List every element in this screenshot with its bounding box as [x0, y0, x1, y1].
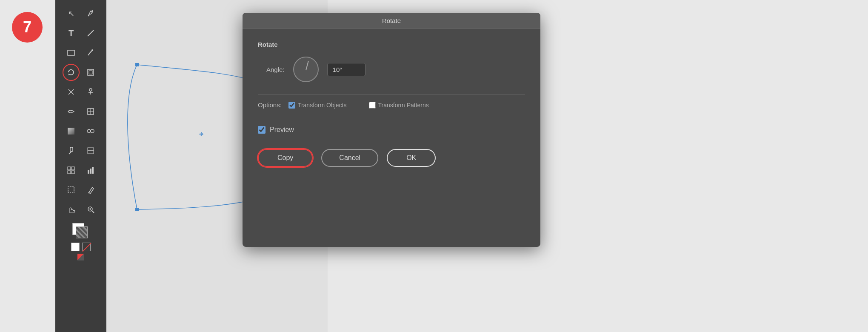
scissors-tool[interactable] — [62, 83, 80, 101]
blend-tool[interactable] — [81, 122, 100, 140]
rotate-dialog: Rotate Rotate Angle: Options: Transform … — [243, 13, 540, 247]
svg-rect-23 — [71, 167, 74, 170]
svg-rect-6 — [89, 71, 92, 74]
transform-objects-label: Transform Objects — [298, 102, 347, 109]
transform-tool[interactable] — [81, 63, 100, 82]
eyedropper-tool[interactable] — [62, 141, 80, 160]
transform-patterns-checkbox-group: Transform Patterns — [369, 102, 429, 109]
color-mode-icon[interactable] — [77, 254, 84, 260]
options-row: Options: Transform Objects Transform Pat… — [258, 101, 525, 109]
tool-row-8 — [62, 141, 100, 160]
svg-rect-26 — [88, 170, 89, 174]
angle-dial[interactable] — [293, 57, 319, 82]
preview-checkbox[interactable] — [258, 126, 266, 134]
transform-objects-checkbox-group: Transform Objects — [288, 102, 347, 109]
angle-input[interactable] — [327, 63, 365, 76]
svg-point-17 — [91, 129, 94, 133]
gradient-tool[interactable] — [62, 122, 80, 140]
stroke-indicator[interactable] — [82, 243, 91, 251]
warp-tool[interactable] — [62, 102, 80, 121]
svg-point-0 — [91, 10, 93, 12]
tool-row-6 — [62, 102, 100, 121]
transform-objects-checkbox[interactable] — [288, 102, 295, 109]
hand-tool[interactable] — [62, 200, 80, 219]
angle-row: Angle: — [266, 57, 525, 82]
pencil2-tool[interactable] — [81, 180, 100, 199]
svg-rect-2 — [68, 50, 74, 55]
transform-patterns-label: Transform Patterns — [378, 102, 429, 109]
svg-rect-28 — [92, 167, 94, 174]
artboard-tool[interactable] — [62, 180, 80, 199]
svg-line-32 — [92, 211, 94, 213]
svg-line-19 — [69, 152, 71, 154]
dialog-title: Rotate — [382, 17, 401, 24]
fill-indicator[interactable] — [71, 243, 80, 251]
badge-number: 7 — [23, 18, 31, 36]
svg-point-16 — [87, 129, 91, 133]
divider-2 — [258, 119, 525, 119]
svg-rect-27 — [90, 169, 91, 174]
svg-rect-29 — [68, 187, 74, 193]
svg-rect-15 — [68, 128, 74, 135]
chart-tool[interactable] — [81, 161, 100, 180]
tool-row-4 — [62, 63, 100, 82]
ok-button[interactable]: OK — [387, 149, 436, 167]
dialog-titlebar: Rotate — [243, 13, 540, 29]
selection-tool[interactable]: ↖ — [62, 4, 80, 23]
transform-patterns-checkbox[interactable] — [369, 102, 376, 109]
mesh-tool[interactable] — [81, 102, 100, 121]
svg-line-30 — [88, 192, 89, 193]
svg-rect-5 — [88, 69, 94, 75]
section-divider — [258, 94, 525, 94]
zoom-tool[interactable] — [81, 200, 100, 219]
svg-point-9 — [89, 89, 92, 91]
svg-rect-18 — [70, 147, 73, 152]
svg-rect-22 — [68, 167, 71, 170]
rotate-section-label: Rotate — [258, 41, 525, 48]
angle-label: Angle: — [266, 66, 285, 73]
tool-row-3 — [62, 43, 100, 62]
toolbar: ↖ T — [55, 0, 106, 332]
step-badge: 7 — [12, 12, 43, 43]
copy-button[interactable]: Copy — [258, 149, 313, 167]
puppet-tool[interactable] — [81, 83, 100, 101]
pen-tool[interactable] — [81, 4, 100, 23]
rotate-tool[interactable] — [62, 63, 80, 82]
svg-line-1 — [88, 30, 94, 36]
tool-row-9 — [62, 161, 100, 180]
preview-label: Preview — [270, 126, 294, 134]
type-tool[interactable]: T — [62, 24, 80, 43]
options-label: Options: — [258, 101, 282, 109]
cancel-button[interactable]: Cancel — [321, 149, 378, 167]
tool-row-1: ↖ — [62, 4, 100, 23]
tool-row-11 — [62, 200, 100, 219]
tool-row-7 — [62, 122, 100, 140]
svg-rect-25 — [71, 171, 74, 174]
button-row: Copy Cancel OK — [258, 149, 525, 167]
tool-row-10 — [62, 180, 100, 199]
svg-point-3 — [91, 49, 93, 51]
svg-marker-4 — [69, 74, 70, 75]
svg-rect-24 — [68, 171, 71, 174]
dialog-body: Rotate Angle: Options: Transform Objects… — [243, 29, 540, 179]
dial-indicator — [306, 61, 309, 70]
tool-row-5 — [62, 83, 100, 101]
grid-tool[interactable] — [62, 161, 80, 180]
tool-row-2: T — [62, 24, 100, 43]
line-tool[interactable] — [81, 24, 100, 43]
brush-tool[interactable] — [81, 43, 100, 62]
rect-tool[interactable] — [62, 43, 80, 62]
preview-row: Preview — [258, 126, 525, 134]
measure-tool[interactable] — [81, 141, 100, 160]
